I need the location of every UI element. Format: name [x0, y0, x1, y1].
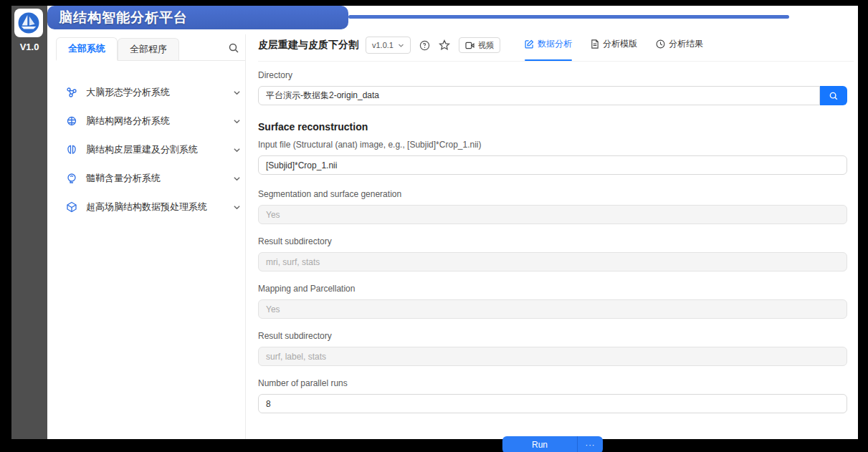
app-version-badge: V1.0	[11, 42, 47, 52]
result-subdirectory-label: Result subdirectory	[258, 236, 847, 246]
sidebar-tab-all-programs[interactable]: 全部程序	[118, 38, 179, 60]
chevron-down-icon	[233, 203, 241, 211]
tab-label: 分析模版	[603, 38, 637, 50]
mapping-parcellation-field	[258, 299, 847, 319]
banner-decor-line	[348, 15, 789, 19]
tab-analysis-results[interactable]: 分析结果	[656, 34, 703, 56]
directory-browse-button[interactable]	[820, 86, 847, 105]
video-button-label: 视频	[478, 40, 494, 51]
chevron-down-icon	[233, 117, 241, 125]
segmentation-label: Segmentation and surface generation	[258, 189, 847, 199]
sidebar-item-brain-morphology[interactable]: 大脑形态学分析系统	[56, 78, 245, 107]
star-icon	[439, 39, 450, 51]
left-app-strip: V1.0	[11, 6, 47, 439]
sidebar-item-brain-network[interactable]: 脑结构网络分析系统	[56, 107, 245, 135]
favorite-button[interactable]	[439, 39, 450, 51]
sidebar-item-label: 髓鞘含量分析系统	[86, 172, 233, 185]
cube-icon	[66, 201, 77, 213]
chevron-down-icon	[233, 175, 241, 183]
header-divider	[258, 61, 854, 62]
section-title-surface-reconstruction: Surface reconstruction	[258, 121, 847, 133]
tab-label: 分析结果	[669, 38, 703, 50]
sidebar-item-ultra-high-field-preprocessing[interactable]: 超高场脑结构数据预处理系统	[56, 193, 245, 221]
directory-label: Directory	[258, 70, 847, 80]
sidebar-item-cortical-reconstruction[interactable]: 脑结构皮层重建及分割系统	[56, 135, 245, 164]
question-circle-icon	[419, 40, 430, 51]
document-icon	[591, 39, 599, 49]
sidebar-search-icon[interactable]	[228, 42, 239, 54]
main-content: 皮层重建与皮质下分割 v1.0.1 视频	[258, 34, 854, 452]
input-file-field[interactable]	[258, 155, 847, 175]
sidebar-item-label: 超高场脑结构数据预处理系统	[86, 201, 233, 213]
chevron-down-icon	[233, 146, 241, 154]
tab-data-analysis[interactable]: 数据分析	[525, 34, 572, 56]
app-window: 脑结构智能分析平台 全部系统 全部程序 大脑形态学分析系统	[47, 6, 858, 439]
result-subdirectory-label-2: Result subdirectory	[258, 331, 847, 341]
directory-row	[258, 86, 847, 105]
module-title: 皮层重建与皮质下分割	[258, 39, 358, 52]
parallel-runs-field[interactable]	[258, 394, 847, 413]
search-icon	[829, 91, 839, 101]
morphology-network-icon	[66, 87, 77, 98]
mapping-parcellation-label: Mapping and Parcellation	[258, 284, 847, 294]
platform-banner: 脑结构智能分析平台	[47, 6, 348, 29]
sidebar-item-label: 脑结构皮层重建及分割系统	[86, 143, 233, 156]
result-subdirectory-field	[258, 252, 847, 271]
module-header: 皮层重建与皮质下分割 v1.0.1 视频	[258, 34, 854, 56]
tab-label: 数据分析	[538, 38, 572, 50]
help-button[interactable]	[419, 40, 430, 51]
video-camera-icon	[465, 42, 474, 49]
sidebar-menu: 大脑形态学分析系统 脑结构网络分析系统	[56, 78, 245, 221]
chevron-down-icon	[233, 89, 241, 97]
edit-square-icon	[525, 39, 534, 49]
segmentation-field	[258, 205, 847, 224]
run-button[interactable]: Run	[502, 436, 577, 452]
platform-title: 脑结构智能分析平台	[59, 9, 188, 27]
run-split-button: Run ···	[502, 436, 603, 452]
analysis-form: Directory Surface reconstruction Input f…	[258, 70, 847, 452]
myelin-head-icon	[66, 173, 77, 184]
input-file-label: Input file (Structural (anat) image, e.g…	[258, 140, 847, 150]
brain-split-icon	[66, 144, 77, 155]
sidebar-item-label: 脑结构网络分析系统	[86, 115, 233, 128]
video-button[interactable]: 视频	[459, 37, 500, 53]
sidebar-main-divider	[245, 34, 246, 439]
module-version-value: v1.0.1	[372, 41, 394, 49]
sidebar: 全部系统 全部程序 大脑形态学分析系统	[56, 37, 245, 221]
sidebar-item-myelin-content[interactable]: 髓鞘含量分析系统	[56, 164, 245, 193]
parallel-runs-label: Number of parallel runs	[258, 378, 847, 388]
run-row: Run ···	[258, 436, 847, 452]
app-logo	[14, 9, 43, 37]
run-more-options-button[interactable]: ···	[577, 436, 603, 452]
module-version-select[interactable]: v1.0.1	[366, 37, 411, 54]
chevron-down-icon	[398, 42, 404, 49]
brain-network-icon	[66, 115, 77, 127]
sidebar-tabbar: 全部系统 全部程序	[56, 37, 245, 61]
sidebar-item-label: 大脑形态学分析系统	[86, 86, 233, 99]
sidebar-tab-all-systems[interactable]: 全部系统	[56, 37, 118, 61]
result-subdirectory-field-2	[258, 347, 847, 366]
directory-input[interactable]	[258, 86, 820, 105]
module-tabbar: 数据分析 分析模版 分析结果	[525, 34, 703, 56]
clock-icon	[656, 39, 665, 49]
sailboat-logo-icon	[16, 11, 41, 35]
tab-analysis-template[interactable]: 分析模版	[591, 34, 637, 56]
